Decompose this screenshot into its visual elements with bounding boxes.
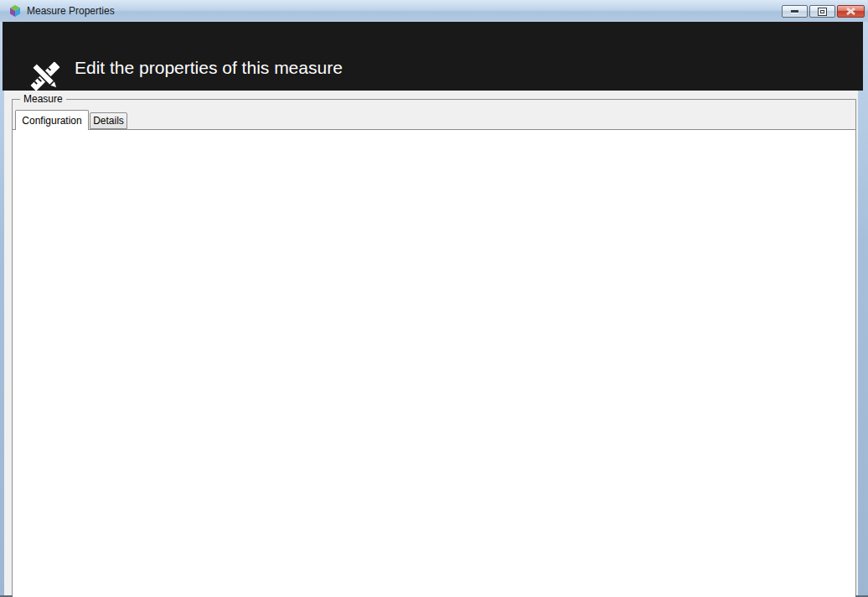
tab-details-label: Details xyxy=(93,115,124,127)
window-title: Measure Properties xyxy=(27,5,115,17)
tab-configuration[interactable]: Configuration xyxy=(15,110,89,130)
minimize-button[interactable] xyxy=(782,5,808,18)
titlebar[interactable]: Measure Properties xyxy=(0,0,868,22)
tab-configuration-label: Configuration xyxy=(22,115,81,127)
close-icon xyxy=(846,8,855,15)
page-header: Edit the properties of this measure xyxy=(3,22,863,91)
page-title: Edit the properties of this measure xyxy=(75,58,343,78)
maximize-icon xyxy=(818,8,827,16)
configuration-tab-panel xyxy=(13,129,855,597)
minimize-icon xyxy=(791,10,798,13)
dynatrace-cube-icon xyxy=(8,4,22,18)
maximize-button[interactable] xyxy=(809,5,835,18)
close-button[interactable] xyxy=(837,5,865,18)
groupbox-label: Measure xyxy=(20,93,66,105)
measure-properties-window: Measure Properties xyxy=(0,0,868,597)
tab-details[interactable]: Details xyxy=(90,112,127,129)
